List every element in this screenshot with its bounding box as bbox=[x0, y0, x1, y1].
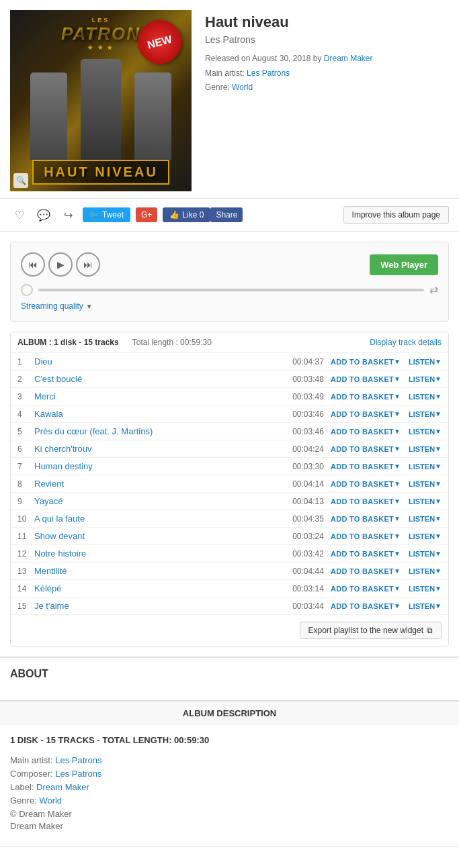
track-name[interactable]: Ki cherch'trouv bbox=[34, 444, 287, 454]
basket-dropdown-arrow[interactable]: ▼ bbox=[394, 585, 401, 592]
listen-dropdown-arrow[interactable]: ▼ bbox=[435, 585, 442, 592]
basket-dropdown-arrow[interactable]: ▼ bbox=[394, 410, 401, 418]
listen-dropdown-arrow[interactable]: ▼ bbox=[435, 497, 442, 505]
label-link[interactable]: Dream Maker bbox=[324, 54, 373, 63]
listen-button[interactable]: LISTEN bbox=[409, 497, 435, 505]
add-to-basket-button[interactable]: ADD TO BASKET bbox=[331, 497, 394, 505]
add-to-basket-button[interactable]: ADD TO BASKET bbox=[331, 463, 394, 471]
track-name[interactable]: Dieu bbox=[34, 356, 287, 367]
genre-link[interactable]: World bbox=[232, 83, 253, 92]
track-name[interactable]: Kélépé bbox=[34, 583, 287, 593]
track-name[interactable]: C'est bouclé bbox=[34, 374, 287, 384]
listen-dropdown-arrow[interactable]: ▼ bbox=[435, 515, 442, 522]
basket-dropdown-arrow[interactable]: ▼ bbox=[394, 428, 401, 435]
about-composer-link[interactable]: Les Patrons bbox=[55, 769, 101, 779]
basket-dropdown-arrow[interactable]: ▼ bbox=[394, 497, 401, 505]
add-to-basket-button[interactable]: ADD TO BASKET bbox=[331, 585, 394, 593]
fb-like-button[interactable]: 👍 Like 0 bbox=[163, 207, 210, 222]
add-to-basket-button[interactable]: ADD TO BASKET bbox=[331, 567, 394, 575]
listen-dropdown-arrow[interactable]: ▼ bbox=[435, 480, 442, 487]
listen-dropdown-arrow[interactable]: ▼ bbox=[435, 358, 442, 365]
basket-dropdown-arrow[interactable]: ▼ bbox=[394, 532, 401, 540]
add-to-basket-button[interactable]: ADD TO BASKET bbox=[331, 393, 394, 401]
track-name[interactable]: A qui la faute bbox=[34, 514, 287, 524]
track-name[interactable]: Show devant bbox=[34, 531, 287, 541]
listen-dropdown-arrow[interactable]: ▼ bbox=[435, 410, 442, 418]
next-button[interactable]: ⏭ bbox=[76, 252, 100, 277]
track-name[interactable]: Merci bbox=[34, 391, 287, 401]
about-main-artist-link[interactable]: Les Patrons bbox=[55, 755, 101, 765]
basket-dropdown-arrow[interactable]: ▼ bbox=[394, 393, 401, 400]
add-to-basket-button[interactable]: ADD TO BASKET bbox=[331, 550, 394, 558]
basket-dropdown-arrow[interactable]: ▼ bbox=[394, 463, 401, 470]
add-to-basket-button[interactable]: ADD TO BASKET bbox=[331, 358, 394, 366]
listen-dropdown-arrow[interactable]: ▼ bbox=[435, 567, 442, 575]
track-name[interactable]: Je t'aime bbox=[34, 601, 287, 611]
listen-button[interactable]: LISTEN bbox=[409, 410, 435, 418]
basket-dropdown-arrow[interactable]: ▼ bbox=[394, 567, 401, 575]
add-to-basket-button[interactable]: ADD TO BASKET bbox=[331, 532, 394, 540]
export-button[interactable]: Export playlist to the new widget ⧉ bbox=[300, 622, 442, 639]
add-to-basket-button[interactable]: ADD TO BASKET bbox=[331, 602, 394, 610]
play-button[interactable]: ▶ bbox=[48, 252, 73, 277]
listen-button[interactable]: LISTEN bbox=[409, 532, 435, 540]
track-name[interactable]: Human destiny bbox=[34, 461, 287, 471]
add-to-basket-button[interactable]: ADD TO BASKET bbox=[331, 445, 394, 453]
add-to-basket-button[interactable]: ADD TO BASKET bbox=[331, 515, 394, 523]
listen-button[interactable]: LISTEN bbox=[409, 463, 435, 471]
fb-share-button[interactable]: Share bbox=[210, 207, 243, 222]
add-to-basket-button[interactable]: ADD TO BASKET bbox=[331, 428, 394, 436]
basket-dropdown-arrow[interactable]: ▼ bbox=[394, 602, 401, 610]
listen-button[interactable]: LISTEN bbox=[409, 358, 435, 366]
track-name[interactable]: Notre histoire bbox=[34, 548, 287, 559]
improve-button[interactable]: Improve this album page bbox=[343, 206, 449, 224]
basket-dropdown-arrow[interactable]: ▼ bbox=[394, 445, 401, 452]
gplus-button[interactable]: G+ bbox=[136, 207, 157, 222]
track-name[interactable]: Yayacé bbox=[34, 496, 287, 506]
add-to-basket-button[interactable]: ADD TO BASKET bbox=[331, 375, 394, 383]
add-to-basket-button[interactable]: ADD TO BASKET bbox=[331, 410, 394, 418]
basket-dropdown-arrow[interactable]: ▼ bbox=[394, 480, 401, 487]
progress-bar[interactable] bbox=[38, 289, 424, 291]
basket-dropdown-arrow[interactable]: ▼ bbox=[394, 358, 401, 365]
comment-icon[interactable]: 💬 bbox=[34, 205, 53, 224]
listen-button[interactable]: LISTEN bbox=[409, 375, 435, 383]
listen-dropdown-arrow[interactable]: ▼ bbox=[435, 550, 442, 557]
listen-dropdown-arrow[interactable]: ▼ bbox=[435, 375, 442, 383]
listen-button[interactable]: LISTEN bbox=[409, 567, 435, 575]
prev-button[interactable]: ⏮ bbox=[21, 252, 45, 277]
listen-button[interactable]: LISTEN bbox=[409, 602, 435, 610]
about-label-link[interactable]: Dream Maker bbox=[36, 782, 89, 792]
display-details-link[interactable]: Display track details bbox=[370, 338, 442, 347]
track-name[interactable]: Revient bbox=[34, 479, 287, 489]
listen-dropdown-arrow[interactable]: ▼ bbox=[435, 445, 442, 452]
track-name[interactable]: Kawala bbox=[34, 409, 287, 419]
heart-icon[interactable]: ♡ bbox=[10, 205, 29, 224]
listen-button[interactable]: LISTEN bbox=[409, 515, 435, 523]
listen-button[interactable]: LISTEN bbox=[409, 393, 435, 401]
basket-dropdown-arrow[interactable]: ▼ bbox=[394, 375, 401, 383]
basket-dropdown-arrow[interactable]: ▼ bbox=[394, 550, 401, 557]
main-artist-link[interactable]: Les Patrons bbox=[247, 68, 290, 78]
listen-button[interactable]: LISTEN bbox=[409, 550, 435, 558]
basket-dropdown-arrow[interactable]: ▼ bbox=[394, 515, 401, 522]
add-to-basket-button[interactable]: ADD TO BASKET bbox=[331, 480, 394, 488]
listen-button[interactable]: LISTEN bbox=[409, 445, 435, 453]
web-player-button[interactable]: Web Player bbox=[370, 254, 438, 275]
share-icon[interactable]: ↪ bbox=[58, 205, 77, 224]
track-name[interactable]: Mentilité bbox=[34, 566, 287, 576]
listen-dropdown-arrow[interactable]: ▼ bbox=[435, 463, 442, 470]
track-name[interactable]: Près du cœur (feat. J. Martins) bbox=[34, 426, 287, 436]
listen-dropdown-arrow[interactable]: ▼ bbox=[435, 428, 442, 435]
streaming-quality-label[interactable]: Streaming quality bbox=[21, 301, 83, 311]
listen-button[interactable]: LISTEN bbox=[409, 480, 435, 488]
streaming-dropdown-arrow[interactable]: ▼ bbox=[86, 303, 93, 310]
listen-button[interactable]: LISTEN bbox=[409, 428, 435, 436]
listen-dropdown-arrow[interactable]: ▼ bbox=[435, 532, 442, 540]
shuffle-icon[interactable]: ⇄ bbox=[429, 283, 438, 296]
magnify-icon[interactable]: 🔍 bbox=[13, 173, 28, 188]
tweet-button[interactable]: 🐦 Tweet bbox=[83, 207, 130, 222]
listen-dropdown-arrow[interactable]: ▼ bbox=[435, 393, 442, 400]
listen-button[interactable]: LISTEN bbox=[409, 585, 435, 593]
listen-dropdown-arrow[interactable]: ▼ bbox=[435, 602, 442, 610]
